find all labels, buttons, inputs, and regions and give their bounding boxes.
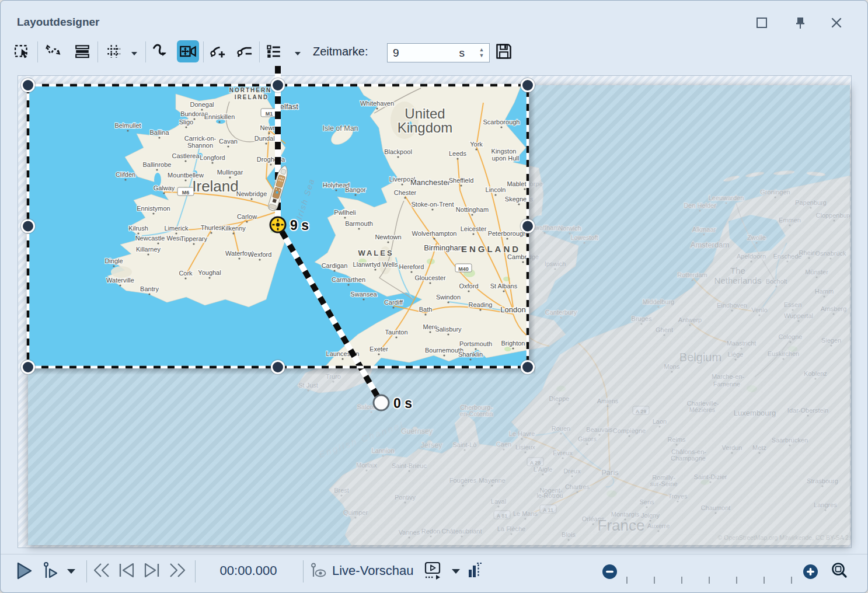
maximize-button[interactable] [754, 15, 770, 31]
zoom-fit-button[interactable] [831, 562, 848, 581]
svg-text:United: United [405, 106, 445, 121]
layer-order-tool-button[interactable] [71, 40, 93, 62]
live-preview-toggle[interactable] [310, 563, 329, 581]
main-toolbar: Zeitmarke: s ▲▼ [1, 38, 867, 71]
svg-text:Shannon: Shannon [187, 142, 213, 149]
svg-text:Llanwrtyd Wells: Llanwrtyd Wells [353, 261, 398, 268]
svg-text:Chester: Chester [394, 189, 417, 196]
svg-text:Dundalk: Dundalk [255, 135, 278, 142]
close-button[interactable] [828, 15, 845, 31]
svg-text:Ennistymon: Ennistymon [137, 205, 170, 212]
step-back-button[interactable] [118, 563, 135, 580]
svg-text:Sligo: Sligo [179, 118, 193, 125]
svg-text:Longford: Longford [200, 154, 225, 161]
svg-text:York: York [470, 141, 483, 148]
svg-text:Newtown: Newtown [375, 233, 401, 240]
zoom-fit-icon [831, 562, 848, 580]
svg-text:Mullingar: Mullingar [217, 169, 243, 176]
remove-node-tool-button[interactable] [233, 40, 256, 62]
map-preview: M1M6M40A 29A 28A 11A 81 DonegalBundoranE… [28, 85, 850, 545]
zeitmarke-spinner[interactable]: ▲▼ [475, 44, 488, 61]
svg-text:Waterville: Waterville [106, 277, 134, 284]
select-area-tool-button[interactable] [11, 40, 33, 62]
step-forward-button[interactable] [144, 563, 160, 580]
render-preview-dropdown[interactable] [451, 567, 461, 576]
pin-button[interactable] [792, 15, 808, 31]
zeitmarke-unit: s [459, 47, 465, 60]
svg-text:IRELAND: IRELAND [235, 94, 269, 100]
grid-icon [106, 43, 122, 60]
svg-text:Manchester: Manchester [410, 178, 451, 187]
camera-pan-tool-button[interactable] [177, 40, 199, 62]
transport-separator [86, 560, 87, 582]
rewind-button[interactable] [93, 563, 110, 580]
svg-text:Swansea: Swansea [350, 291, 377, 298]
svg-text:St Albans: St Albans [490, 282, 518, 289]
statistics-button[interactable] [468, 562, 483, 581]
svg-text:Belfast: Belfast [275, 102, 298, 111]
render-preview-button[interactable] [424, 561, 442, 582]
pin-icon [794, 16, 806, 29]
zeitmarke-label: Zeitmarke: [313, 45, 368, 58]
keyframe-list-dropdown-button[interactable] [291, 49, 304, 57]
spinner-down-icon[interactable]: ▼ [479, 54, 484, 58]
svg-text:ENGLAND: ENGLAND [461, 244, 521, 254]
maximize-icon [756, 17, 768, 29]
chevron-down-icon [67, 568, 76, 574]
svg-text:Cardiff: Cardiff [384, 299, 403, 306]
spinner-up-icon[interactable]: ▲ [479, 48, 484, 52]
svg-text:Launceston: Launceston [326, 350, 360, 357]
keyframe-list-icon [266, 43, 282, 60]
svg-text:Bantry: Bantry [140, 285, 159, 292]
selection-shadow [28, 367, 535, 375]
statistics-icon [468, 562, 483, 580]
save-icon [495, 43, 513, 60]
draw-path-tool-button[interactable] [149, 40, 171, 62]
svg-text:Thurles: Thurles [201, 224, 222, 231]
zeitmarke-input[interactable] [388, 44, 463, 62]
close-icon [831, 17, 842, 29]
edit-path-tool-button[interactable] [42, 40, 64, 62]
play-from-marker-button[interactable] [43, 561, 59, 582]
zoom-out-button[interactable] [602, 564, 618, 581]
svg-text:Belmullet: Belmullet [114, 122, 141, 129]
play-button[interactable] [16, 562, 33, 581]
svg-text:Exeter: Exeter [369, 346, 388, 353]
svg-text:Birmingham: Birmingham [424, 243, 464, 252]
svg-text:Youghal: Youghal [198, 269, 221, 276]
layout-canvas[interactable]: M1M6M40A 29A 28A 11A 81 DonegalBundoranE… [18, 75, 852, 548]
step-forward-icon [144, 563, 160, 578]
select-area-icon [14, 43, 30, 60]
svg-text:Newry: Newry [260, 124, 278, 131]
chevron-down-icon [294, 51, 301, 56]
svg-text:Sheffield: Sheffield [449, 177, 474, 184]
zoom-in-button[interactable] [803, 564, 818, 581]
svg-text:Carmarthen: Carmarthen [332, 276, 365, 283]
toolbar-separator [203, 41, 204, 62]
svg-text:Newcastle West: Newcastle West [135, 235, 182, 242]
svg-text:Clifden: Clifden [116, 171, 135, 178]
selection-shadow [528, 85, 535, 367]
svg-text:Kilrush: Kilrush [128, 225, 148, 232]
svg-text:Oxford: Oxford [459, 282, 478, 289]
svg-text:Dingle: Dingle [104, 257, 123, 264]
svg-text:Blackpool: Blackpool [384, 148, 412, 155]
camera-pan-icon [179, 43, 197, 60]
svg-text:Donegal: Donegal [190, 101, 214, 108]
svg-text:Swindon: Swindon [436, 294, 461, 301]
keyframe-list-tool-button[interactable] [263, 40, 285, 62]
edit-path-icon [45, 43, 61, 60]
fast-forward-button[interactable] [169, 563, 186, 580]
draw-path-icon [151, 43, 169, 60]
play-options-dropdown[interactable] [67, 567, 76, 576]
svg-text:Bangor: Bangor [345, 186, 366, 193]
save-button[interactable] [493, 40, 515, 62]
add-node-tool-button[interactable] [207, 40, 229, 62]
svg-text:Gloucester: Gloucester [414, 274, 446, 281]
grid-tool-button[interactable] [103, 40, 125, 62]
svg-text:Scarborough: Scarborough [483, 118, 520, 125]
svg-text:Ireland: Ireland [192, 177, 239, 195]
grid-dropdown-button[interactable] [128, 49, 141, 57]
svg-text:Isle of Man: Isle of Man [322, 124, 358, 132]
chevron-down-icon [451, 568, 461, 574]
